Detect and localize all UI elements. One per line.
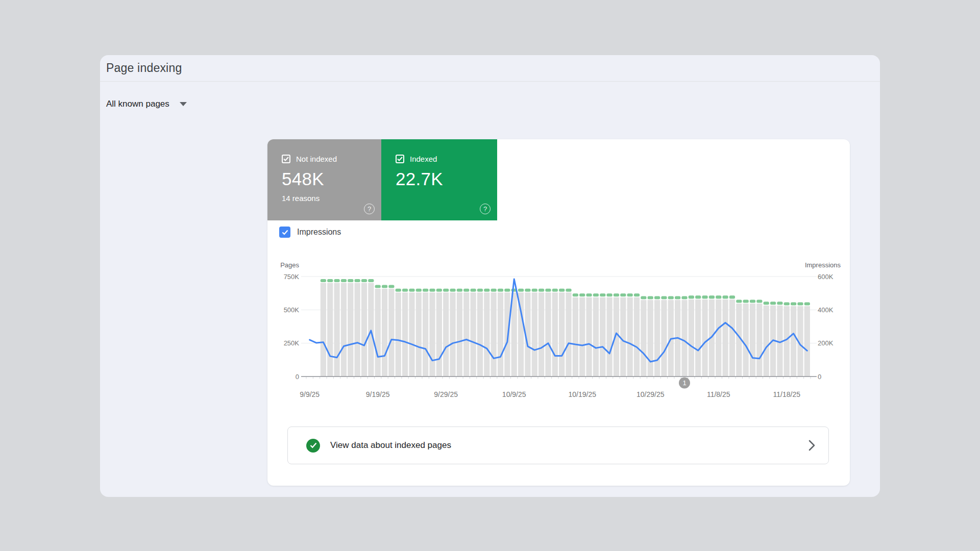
indexed-card[interactable]: Indexed 22.7K ? [381,139,497,220]
dropdown-arrow-icon [180,102,187,106]
indexing-report-card: Not indexed 548K 14 reasons ? Indexed 22… [267,139,850,486]
bar-not-indexed [463,292,469,377]
bar-indexed-cap [368,279,374,282]
bar-not-indexed [681,300,687,377]
bar-indexed-cap [784,302,790,305]
bar-indexed-cap [716,295,721,298]
x-axis-date-label: 10/9/25 [502,390,526,398]
bar-not-indexed [764,306,769,377]
bar-indexed-cap [723,295,728,298]
bar-not-indexed [702,299,707,377]
bar-indexed-cap [579,293,585,296]
bar-not-indexed [423,292,428,377]
bar-not-indexed [348,283,353,377]
x-axis-date-label: 11/18/25 [773,390,801,398]
view-data-button[interactable]: View data about indexed pages [287,427,829,464]
bar-indexed-cap [593,293,599,296]
bar-indexed-cap [443,289,449,292]
bar-indexed-cap [764,302,769,305]
x-axis-date-label: 10/19/25 [568,390,596,398]
bar-indexed-cap [709,295,715,298]
bar-not-indexed [538,292,544,377]
filter-label: All known pages [106,99,169,109]
indexed-checkbox[interactable] [396,155,404,163]
help-icon[interactable]: ? [480,204,491,214]
bar-indexed-cap [736,299,742,303]
bar-not-indexed [504,292,510,377]
bar-not-indexed [450,292,455,377]
bar-indexed-cap [791,302,796,305]
bar-indexed-cap [348,279,353,282]
check-icon [282,230,288,235]
bar-not-indexed [552,292,558,377]
check-icon [310,442,317,448]
bar-not-indexed [443,292,449,377]
left-axis-tick: 0 [296,373,299,381]
bar-indexed-cap [743,299,749,303]
left-axis-name: Pages [280,261,299,269]
bar-indexed-cap [641,296,646,299]
left-axis-tick: 500K [284,306,300,314]
bar-indexed-cap [627,293,633,296]
not-indexed-label: Not indexed [296,155,337,163]
bar-not-indexed [756,304,762,377]
bar-indexed-cap [620,293,626,296]
bar-indexed-cap [402,289,408,292]
bar-indexed-cap [573,293,578,296]
bar-indexed-cap [416,289,422,292]
right-axis-tick: 600K [818,273,834,281]
bar-indexed-cap [770,302,776,305]
bar-indexed-cap [436,289,442,292]
check-icon [283,157,289,161]
bar-indexed-cap [552,289,558,292]
bar-indexed-cap [648,296,653,299]
bar-not-indexed [402,292,408,377]
impressions-checkbox[interactable] [279,227,290,238]
bar-indexed-cap [361,279,367,282]
bar-not-indexed [382,289,387,377]
bar-indexed-cap [484,289,489,292]
bar-not-indexed [750,304,755,377]
bar-indexed-cap [600,293,605,296]
bar-indexed-cap [525,289,530,292]
impressions-toggle[interactable]: Impressions [279,227,341,238]
bar-not-indexed [654,300,660,377]
help-icon[interactable]: ? [364,204,375,214]
bar-not-indexed [743,304,749,377]
bar-not-indexed [791,306,796,377]
x-axis-date-label: 11/8/25 [707,390,730,398]
bar-not-indexed [627,297,633,377]
bar-indexed-cap [681,296,687,299]
bar-not-indexed [600,297,605,377]
bar-indexed-cap [634,293,640,296]
chevron-right-icon [808,440,815,451]
bar-not-indexed [634,297,640,377]
bar-not-indexed [804,306,810,377]
bar-not-indexed [689,299,694,377]
bar-indexed-cap [756,299,762,303]
not-indexed-checkbox[interactable] [282,155,290,163]
right-axis-tick: 400K [818,306,834,314]
page-title: Page indexing [106,61,182,75]
impressions-label: Impressions [297,228,341,237]
bar-indexed-cap [661,296,667,299]
check-icon [397,157,403,161]
bar-indexed-cap [586,293,592,296]
bar-not-indexed [361,283,367,377]
bar-indexed-cap [804,302,810,305]
bar-indexed-cap [396,289,401,292]
annotation-badge-label: 1 [682,379,686,387]
bar-indexed-cap [463,289,469,292]
not-indexed-card[interactable]: Not indexed 548K 14 reasons ? [267,139,381,220]
bar-not-indexed [695,299,701,377]
bar-indexed-cap [702,295,707,298]
bar-indexed-cap [321,279,326,282]
bar-indexed-cap [750,299,755,303]
bar-indexed-cap [355,279,360,282]
bar-not-indexed [545,292,551,377]
bar-not-indexed [327,283,333,377]
page-filter-dropdown[interactable]: All known pages [106,97,187,111]
bar-not-indexed [729,299,735,377]
bar-indexed-cap [334,279,339,282]
view-data-label: View data about indexed pages [330,440,808,450]
